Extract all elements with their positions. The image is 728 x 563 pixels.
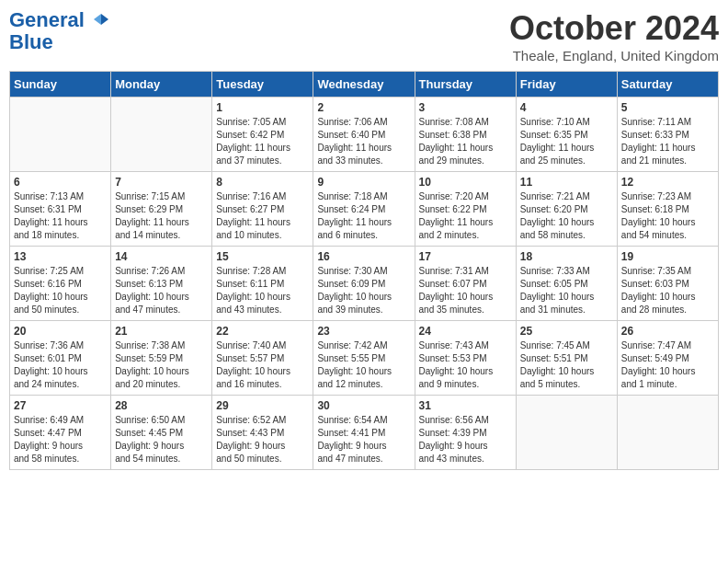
col-header-thursday: Thursday (415, 72, 516, 98)
day-number: 24 (419, 325, 512, 338)
col-header-saturday: Saturday (617, 72, 718, 98)
logo: General Blue (9, 9, 110, 53)
day-number: 25 (520, 325, 613, 338)
day-info: Sunrise: 7:06 AM Sunset: 6:40 PM Dayligh… (317, 116, 410, 167)
day-number: 19 (621, 250, 714, 263)
day-number: 7 (115, 176, 208, 189)
calendar-cell: 22Sunrise: 7:40 AM Sunset: 5:57 PM Dayli… (212, 321, 313, 396)
day-info: Sunrise: 7:10 AM Sunset: 6:35 PM Dayligh… (520, 116, 613, 167)
day-number: 16 (317, 250, 410, 263)
col-header-tuesday: Tuesday (212, 72, 313, 98)
day-number: 21 (115, 325, 208, 338)
day-info: Sunrise: 7:16 AM Sunset: 6:27 PM Dayligh… (216, 190, 309, 242)
calendar-cell: 9Sunrise: 7:18 AM Sunset: 6:24 PM Daylig… (313, 172, 415, 247)
calendar-cell: 16Sunrise: 7:30 AM Sunset: 6:09 PM Dayli… (313, 247, 415, 321)
calendar-cell (516, 396, 617, 470)
day-info: Sunrise: 7:08 AM Sunset: 6:38 PM Dayligh… (419, 116, 512, 167)
day-number: 10 (419, 176, 512, 189)
day-number: 26 (621, 325, 714, 338)
calendar-cell: 18Sunrise: 7:33 AM Sunset: 6:05 PM Dayli… (516, 247, 617, 321)
day-info: Sunrise: 7:15 AM Sunset: 6:29 PM Dayligh… (115, 190, 208, 242)
calendar-cell: 23Sunrise: 7:42 AM Sunset: 5:55 PM Dayli… (313, 321, 415, 396)
calendar-cell: 29Sunrise: 6:52 AM Sunset: 4:43 PM Dayli… (212, 396, 313, 470)
calendar-cell: 5Sunrise: 7:11 AM Sunset: 6:33 PM Daylig… (617, 98, 718, 172)
calendar-cell: 21Sunrise: 7:38 AM Sunset: 5:59 PM Dayli… (111, 321, 212, 396)
day-info: Sunrise: 7:13 AM Sunset: 6:31 PM Dayligh… (14, 190, 107, 242)
calendar-cell: 2Sunrise: 7:06 AM Sunset: 6:40 PM Daylig… (313, 98, 415, 172)
day-number: 1 (216, 101, 309, 114)
day-number: 11 (520, 176, 613, 189)
day-number: 23 (317, 325, 410, 338)
day-number: 17 (419, 250, 512, 263)
day-number: 18 (520, 250, 613, 263)
day-info: Sunrise: 7:42 AM Sunset: 5:55 PM Dayligh… (317, 339, 410, 391)
day-number: 28 (115, 399, 208, 412)
calendar-cell: 17Sunrise: 7:31 AM Sunset: 6:07 PM Dayli… (415, 247, 516, 321)
calendar-cell: 20Sunrise: 7:36 AM Sunset: 6:01 PM Dayli… (10, 321, 111, 396)
day-info: Sunrise: 7:26 AM Sunset: 6:13 PM Dayligh… (115, 265, 208, 316)
day-info: Sunrise: 7:47 AM Sunset: 5:49 PM Dayligh… (621, 339, 714, 391)
col-header-friday: Friday (516, 72, 617, 98)
day-info: Sunrise: 6:52 AM Sunset: 4:43 PM Dayligh… (216, 414, 309, 465)
calendar-cell: 7Sunrise: 7:15 AM Sunset: 6:29 PM Daylig… (111, 172, 212, 247)
calendar-cell: 25Sunrise: 7:45 AM Sunset: 5:51 PM Dayli… (516, 321, 617, 396)
location: Theale, England, United Kingdom (509, 48, 719, 63)
day-info: Sunrise: 7:35 AM Sunset: 6:03 PM Dayligh… (621, 265, 714, 316)
calendar-cell (10, 98, 111, 172)
calendar-cell: 19Sunrise: 7:35 AM Sunset: 6:03 PM Dayli… (617, 247, 718, 321)
calendar-week-row: 27Sunrise: 6:49 AM Sunset: 4:47 PM Dayli… (10, 396, 719, 470)
day-info: Sunrise: 7:05 AM Sunset: 6:42 PM Dayligh… (216, 116, 309, 167)
calendar-table: SundayMondayTuesdayWednesdayThursdayFrid… (9, 71, 719, 470)
day-number: 30 (317, 399, 410, 412)
day-info: Sunrise: 7:11 AM Sunset: 6:33 PM Dayligh… (621, 116, 714, 167)
calendar-cell: 15Sunrise: 7:28 AM Sunset: 6:11 PM Dayli… (212, 247, 313, 321)
page-header: General Blue October 2024 Theale, Englan… (9, 9, 719, 63)
day-info: Sunrise: 6:49 AM Sunset: 4:47 PM Dayligh… (14, 414, 107, 465)
day-info: Sunrise: 6:50 AM Sunset: 4:45 PM Dayligh… (115, 414, 208, 465)
day-info: Sunrise: 7:21 AM Sunset: 6:20 PM Dayligh… (520, 190, 613, 242)
day-info: Sunrise: 7:25 AM Sunset: 6:16 PM Dayligh… (14, 265, 107, 316)
calendar-cell: 28Sunrise: 6:50 AM Sunset: 4:45 PM Dayli… (111, 396, 212, 470)
day-info: Sunrise: 7:45 AM Sunset: 5:51 PM Dayligh… (520, 339, 613, 391)
title-block: October 2024 Theale, England, United Kin… (509, 9, 719, 63)
calendar-cell: 4Sunrise: 7:10 AM Sunset: 6:35 PM Daylig… (516, 98, 617, 172)
day-number: 22 (216, 325, 309, 338)
calendar-cell: 24Sunrise: 7:43 AM Sunset: 5:53 PM Dayli… (415, 321, 516, 396)
day-info: Sunrise: 7:43 AM Sunset: 5:53 PM Dayligh… (419, 339, 512, 391)
calendar-week-row: 1Sunrise: 7:05 AM Sunset: 6:42 PM Daylig… (10, 98, 719, 172)
calendar-cell: 3Sunrise: 7:08 AM Sunset: 6:38 PM Daylig… (415, 98, 516, 172)
day-info: Sunrise: 7:30 AM Sunset: 6:09 PM Dayligh… (317, 265, 410, 316)
day-number: 12 (621, 176, 714, 189)
day-number: 15 (216, 250, 309, 263)
day-info: Sunrise: 7:36 AM Sunset: 6:01 PM Dayligh… (14, 339, 107, 391)
logo-flag-icon (92, 12, 110, 30)
day-number: 31 (419, 399, 512, 412)
logo-text: General (9, 9, 110, 31)
day-info: Sunrise: 7:18 AM Sunset: 6:24 PM Dayligh… (317, 190, 410, 242)
calendar-cell: 11Sunrise: 7:21 AM Sunset: 6:20 PM Dayli… (516, 172, 617, 247)
calendar-cell: 31Sunrise: 6:56 AM Sunset: 4:39 PM Dayli… (415, 396, 516, 470)
calendar-cell: 10Sunrise: 7:20 AM Sunset: 6:22 PM Dayli… (415, 172, 516, 247)
calendar-cell: 6Sunrise: 7:13 AM Sunset: 6:31 PM Daylig… (10, 172, 111, 247)
col-header-monday: Monday (111, 72, 212, 98)
day-info: Sunrise: 7:33 AM Sunset: 6:05 PM Dayligh… (520, 265, 613, 316)
calendar-cell: 1Sunrise: 7:05 AM Sunset: 6:42 PM Daylig… (212, 98, 313, 172)
day-number: 20 (14, 325, 107, 338)
day-info: Sunrise: 7:38 AM Sunset: 5:59 PM Dayligh… (115, 339, 208, 391)
day-number: 13 (14, 250, 107, 263)
day-info: Sunrise: 7:31 AM Sunset: 6:07 PM Dayligh… (419, 265, 512, 316)
calendar-cell: 12Sunrise: 7:23 AM Sunset: 6:18 PM Dayli… (617, 172, 718, 247)
day-number: 3 (419, 101, 512, 114)
month-title: October 2024 (509, 9, 719, 48)
day-number: 6 (14, 176, 107, 189)
day-number: 14 (115, 250, 208, 263)
day-info: Sunrise: 7:20 AM Sunset: 6:22 PM Dayligh… (419, 190, 512, 242)
calendar-cell (617, 396, 718, 470)
calendar-cell: 26Sunrise: 7:47 AM Sunset: 5:49 PM Dayli… (617, 321, 718, 396)
day-info: Sunrise: 7:23 AM Sunset: 6:18 PM Dayligh… (621, 190, 714, 242)
day-number: 27 (14, 399, 107, 412)
svg-marker-1 (94, 14, 101, 25)
calendar-cell: 27Sunrise: 6:49 AM Sunset: 4:47 PM Dayli… (10, 396, 111, 470)
calendar-week-row: 6Sunrise: 7:13 AM Sunset: 6:31 PM Daylig… (10, 172, 719, 247)
day-number: 8 (216, 176, 309, 189)
